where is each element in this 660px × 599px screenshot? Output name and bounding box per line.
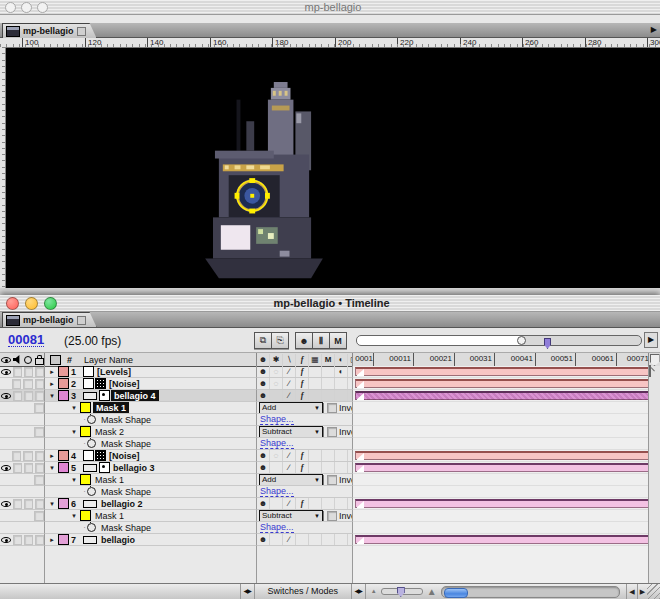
- adjustment-layer-switch[interactable]: [335, 534, 348, 546]
- adjustment-layer-switch[interactable]: [335, 378, 348, 390]
- property-name[interactable]: Mask Shape: [101, 438, 151, 450]
- layer-name[interactable]: [Levels]: [97, 366, 131, 378]
- time-navigator-handle[interactable]: [517, 336, 526, 345]
- solo-toggle[interactable]: [24, 367, 33, 377]
- effects-switch[interactable]: f: [296, 378, 309, 390]
- comp-tab[interactable]: mp-bellagio: [2, 23, 97, 38]
- label-color-swatch[interactable]: [58, 390, 69, 401]
- solo-toggle[interactable]: [24, 463, 33, 473]
- mask-property-row[interactable]: · Mask Shape Shape...: [0, 438, 660, 450]
- property-name[interactable]: Mask Shape: [101, 486, 151, 498]
- frame-blend-switch[interactable]: [309, 378, 322, 390]
- mask-row[interactable]: ▾ Mask 1 Add▼ Invert...: [0, 402, 660, 414]
- zoom-button[interactable]: [44, 297, 57, 310]
- expander-icon[interactable]: ▾: [70, 474, 78, 486]
- mask-mode-dropdown[interactable]: Add▼: [259, 402, 323, 414]
- layer-duration-bar[interactable]: [355, 367, 648, 376]
- label-color-swatch[interactable]: [58, 534, 69, 545]
- mask-mode-dropdown[interactable]: Subtract▼: [259, 426, 323, 438]
- effects-icon[interactable]: f: [296, 354, 309, 366]
- layer-name-cell[interactable]: ▾ 6 bellagio 2: [45, 498, 257, 510]
- solo-toggle[interactable]: [24, 535, 33, 545]
- layer-name-header[interactable]: # Layer Name: [45, 353, 257, 366]
- shape-link[interactable]: Shape...: [260, 414, 294, 425]
- horizontal-ruler[interactable]: 100 120 140 160 180 200 220 240 260 280 …: [0, 38, 660, 48]
- expander-icon[interactable]: ▸: [48, 366, 56, 378]
- layer-name[interactable]: [Noise]: [109, 450, 140, 462]
- in-point-handle[interactable]: [356, 501, 364, 508]
- resize-grip[interactable]: [647, 584, 660, 599]
- mask-name-cell[interactable]: ▾ Mask 1: [45, 510, 257, 522]
- timeline-tab-close-box[interactable]: [77, 316, 86, 325]
- layer-row[interactable]: ▾ 5 bellagio 3 ☻ ∕ f: [0, 462, 660, 474]
- lock-toggle[interactable]: [35, 451, 44, 461]
- expander-icon[interactable]: ▾: [70, 426, 78, 438]
- layer-row-selected[interactable]: ▾ 3 bellagio 4 ☻ ∕ f: [0, 390, 660, 402]
- layer-row[interactable]: ▸ 7 bellagio ☻ ∕: [0, 534, 660, 546]
- video-toggle[interactable]: [1, 499, 11, 508]
- layer-name-cell[interactable]: ▸ 4 [Noise]: [45, 450, 257, 462]
- layer-duration-bar[interactable]: [355, 499, 648, 508]
- comp-button-icon[interactable]: [649, 365, 651, 377]
- motion-blur-switch[interactable]: [322, 462, 335, 474]
- audio-toggle[interactable]: [13, 535, 22, 545]
- zoom-slider-handle[interactable]: [397, 587, 405, 597]
- layer-duration-bar-selected[interactable]: [355, 391, 648, 400]
- timeline-titlebar[interactable]: mp-bellagio • Timeline: [0, 295, 660, 312]
- video-toggle[interactable]: [1, 391, 11, 400]
- mask-name[interactable]: Mask 1: [95, 510, 124, 522]
- layer-name[interactable]: bellagio 3: [113, 462, 155, 474]
- invert-checkbox[interactable]: [327, 475, 337, 485]
- layer-row[interactable]: ▸ 1 [Levels] ☻ ◌ ∕ f ◐: [0, 366, 660, 378]
- adjustment-layer-icon[interactable]: ◐: [335, 354, 348, 366]
- comp-family-button[interactable]: ⧉: [254, 332, 272, 349]
- effects-switch[interactable]: f: [296, 366, 309, 378]
- label-color-swatch[interactable]: [58, 498, 69, 509]
- layer-row[interactable]: ▾ 6 bellagio 2 ☻ ∕ f: [0, 498, 660, 510]
- quality-switch[interactable]: ∕: [283, 366, 296, 378]
- layer-duration-bar[interactable]: [355, 451, 648, 460]
- adjustment-layer-switch[interactable]: [335, 390, 348, 402]
- layer-name-cell[interactable]: ▾ 3 bellagio 4: [45, 390, 257, 402]
- stopwatch-icon[interactable]: [87, 439, 96, 448]
- expander-icon[interactable]: ▾: [48, 390, 56, 402]
- comp-flowchart-button[interactable]: ⎘: [271, 332, 289, 349]
- lock-toggle[interactable]: [34, 475, 44, 485]
- effects-switch[interactable]: [296, 534, 309, 546]
- video-toggle[interactable]: [1, 463, 11, 472]
- shy-switch[interactable]: ☻: [257, 378, 270, 390]
- in-point-handle[interactable]: [356, 465, 364, 472]
- expander-icon[interactable]: ▾: [48, 498, 56, 510]
- mask-color-swatch[interactable]: [80, 402, 91, 413]
- adjustment-layer-switch[interactable]: [335, 462, 348, 474]
- comp-tab-close-box[interactable]: [77, 27, 86, 36]
- time-ruler[interactable]: 0001 00011 00021 00031 00041 00051 00061…: [353, 353, 649, 366]
- layer-name-cell[interactable]: ▾ 5 bellagio 3: [45, 462, 257, 474]
- shy-switch[interactable]: ☻: [257, 498, 270, 510]
- mask-name[interactable]: Mask 1: [93, 402, 129, 414]
- solo-toggle[interactable]: [23, 379, 32, 389]
- shy-switch[interactable]: ☻: [257, 450, 270, 462]
- shape-link[interactable]: Shape...: [260, 438, 294, 449]
- motion-blur-icon[interactable]: M: [322, 354, 335, 366]
- layer-name[interactable]: [Noise]: [109, 378, 140, 390]
- invert-checkbox[interactable]: [327, 403, 337, 413]
- lock-toggle[interactable]: [35, 379, 44, 389]
- close-button[interactable]: [5, 2, 16, 13]
- shy-switch[interactable]: ☻: [257, 366, 270, 378]
- frame-blend-switch[interactable]: [309, 462, 322, 474]
- stopwatch-icon[interactable]: [87, 523, 96, 532]
- hide-shy-layers-button[interactable]: ☻: [295, 332, 313, 349]
- mask-name-cell[interactable]: ▾ Mask 1: [45, 402, 257, 414]
- scrollbar-thumb[interactable]: [444, 588, 468, 598]
- effects-switch[interactable]: f: [296, 450, 309, 462]
- current-time-display[interactable]: 00081: [8, 333, 44, 347]
- quality-switch[interactable]: ∕: [283, 534, 296, 546]
- layer-name[interactable]: bellagio: [101, 534, 135, 546]
- comp-titlebar[interactable]: mp-bellagio: [0, 0, 660, 15]
- solo-toggle[interactable]: [24, 391, 33, 401]
- in-point-handle[interactable]: [356, 393, 364, 400]
- mask-color-swatch[interactable]: [80, 474, 91, 485]
- collapse-switch[interactable]: [270, 462, 283, 474]
- time-navigator[interactable]: [356, 335, 642, 346]
